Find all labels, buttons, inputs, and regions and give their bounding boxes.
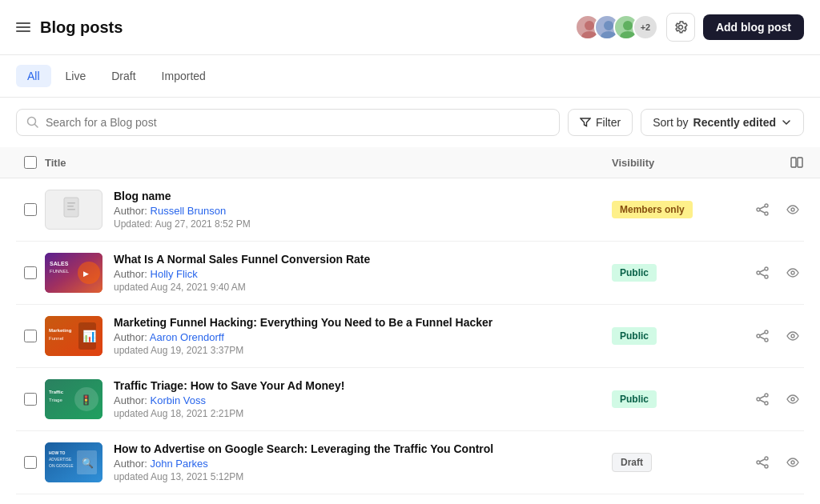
eye-icon-2[interactable] xyxy=(782,262,804,284)
share-icon-3[interactable] xyxy=(751,325,774,347)
svg-text:SALES: SALES xyxy=(50,261,69,266)
post-author-4: Author: Korbin Voss xyxy=(114,394,612,406)
post-thumbnail-4: Traffic Triage 🚦 xyxy=(45,379,102,419)
svg-text:🔍: 🔍 xyxy=(82,457,94,469)
sort-value: Recently edited xyxy=(693,116,776,129)
share-icon-4[interactable] xyxy=(751,388,774,410)
svg-rect-9 xyxy=(64,198,78,217)
svg-text:ON GOOGLE: ON GOOGLE xyxy=(49,463,74,468)
post-title-3: Marketing Funnel Hacking: Everything You… xyxy=(114,316,612,329)
visibility-badge-5: Draft xyxy=(612,453,652,472)
svg-point-4 xyxy=(623,21,633,30)
filter-icon xyxy=(580,117,591,128)
menu-icon[interactable] xyxy=(16,22,30,32)
svg-point-16 xyxy=(791,208,794,211)
svg-rect-12 xyxy=(67,209,75,210)
visibility-badge-1: Members only xyxy=(612,201,693,218)
search-input[interactable] xyxy=(46,116,549,129)
filter-button[interactable]: Filter xyxy=(568,109,633,136)
svg-point-40 xyxy=(765,394,768,397)
post-title-4: Traffic Triage: How to Save Your Ad Mone… xyxy=(114,379,612,392)
filter-label: Filter xyxy=(596,116,621,129)
author-link-1[interactable]: Russell Brunson xyxy=(151,205,227,217)
eye-icon-3[interactable] xyxy=(782,325,804,347)
svg-text:Traffic: Traffic xyxy=(49,390,64,394)
settings-button[interactable] xyxy=(666,13,695,42)
row-checkbox-4 xyxy=(16,393,45,406)
select-all-checkbox[interactable] xyxy=(24,156,37,169)
svg-point-33 xyxy=(765,338,768,342)
row-select-1[interactable] xyxy=(24,203,37,216)
post-thumbnail-5: HOW TO ADVERTISE ON GOOGLE 🔍 xyxy=(45,442,102,482)
svg-point-52 xyxy=(765,465,768,468)
row-actions-3 xyxy=(740,325,804,347)
visibility-cell-5: Draft xyxy=(612,453,740,472)
visibility-cell-1: Members only xyxy=(612,201,740,218)
row-checkbox-3 xyxy=(16,330,45,342)
share-icon-1[interactable] xyxy=(751,198,774,221)
table-row: Traffic Triage 🚦 Traffic Triage: How to … xyxy=(16,368,804,431)
document-icon xyxy=(62,197,85,222)
row-checkbox-5 xyxy=(16,456,45,469)
row-content-1: Blog name Author: Russell Brunson Update… xyxy=(45,190,612,230)
row-select-3[interactable] xyxy=(24,330,37,342)
row-select-5[interactable] xyxy=(24,456,37,469)
post-thumbnail-2: SALES FUNNEL ▶ xyxy=(45,253,102,293)
row-content-3: Marketing Funnel 📊 Marketing Funnel Hack… xyxy=(45,316,612,356)
svg-text:📊: 📊 xyxy=(82,330,97,343)
svg-text:▶: ▶ xyxy=(83,270,89,278)
visibility-cell-3: Public xyxy=(612,327,740,345)
svg-point-0 xyxy=(585,21,594,30)
post-date-2: updated Aug 24, 2021 9:40 AM xyxy=(114,282,612,293)
visibility-badge-2: Public xyxy=(612,264,657,282)
row-actions-5 xyxy=(740,451,804,474)
svg-point-15 xyxy=(765,212,768,215)
columns-icon[interactable] xyxy=(790,155,804,170)
app-container: Blog posts +2 Add blo xyxy=(0,0,820,504)
row-actions-1 xyxy=(740,198,804,221)
column-title: Title xyxy=(45,157,612,169)
svg-text:FUNNEL: FUNNEL xyxy=(50,269,70,274)
sort-button[interactable]: Sort by Recently edited xyxy=(641,109,804,136)
row-select-4[interactable] xyxy=(24,393,37,406)
svg-point-32 xyxy=(757,334,760,338)
tab-live[interactable]: Live xyxy=(54,65,98,87)
table-row: Blog name Author: Russell Brunson Update… xyxy=(16,178,804,242)
svg-point-43 xyxy=(791,398,794,401)
toolbar: Filter Sort by Recently edited xyxy=(0,98,820,147)
add-blog-post-button[interactable]: Add blog post xyxy=(703,14,804,40)
column-visibility: Visibility xyxy=(612,157,740,169)
post-info-1: Blog name Author: Russell Brunson Update… xyxy=(114,190,612,230)
svg-rect-8 xyxy=(798,158,802,167)
author-link-2[interactable]: Holly Flick xyxy=(151,268,198,280)
tab-draft[interactable]: Draft xyxy=(100,65,147,87)
svg-point-2 xyxy=(604,21,613,30)
tabs-container: All Live Draft Imported xyxy=(0,55,820,98)
post-thumbnail-3: Marketing Funnel 📊 xyxy=(45,316,102,356)
post-info-4: Traffic Triage: How to Save Your Ad Mone… xyxy=(114,379,612,419)
page-title: Blog posts xyxy=(40,18,123,37)
author-link-5[interactable]: John Parkes xyxy=(151,458,208,470)
share-icon-2[interactable] xyxy=(751,262,774,284)
search-icon xyxy=(26,116,39,129)
table-row: SALES FUNNEL ▶ What Is A Normal Sales Fu… xyxy=(16,242,804,305)
eye-icon-4[interactable] xyxy=(782,388,804,410)
author-link-3[interactable]: Aaron Orendorff xyxy=(150,331,224,343)
row-checkbox-2 xyxy=(16,266,45,279)
post-date-3: updated Aug 19, 2021 3:37PM xyxy=(114,345,612,356)
svg-rect-10 xyxy=(67,202,75,204)
author-link-4[interactable]: Korbin Voss xyxy=(151,394,206,406)
eye-icon-1[interactable] xyxy=(782,198,804,221)
visibility-cell-4: Public xyxy=(612,390,740,408)
share-icon-5[interactable] xyxy=(751,451,774,474)
row-checkbox-1 xyxy=(16,203,45,216)
tab-all[interactable]: All xyxy=(16,65,51,87)
row-actions-4 xyxy=(740,388,804,410)
chevron-down-icon xyxy=(781,117,792,128)
row-select-2[interactable] xyxy=(24,266,37,279)
row-content-5: HOW TO ADVERTISE ON GOOGLE 🔍 How to Adve… xyxy=(45,442,612,482)
post-info-2: What Is A Normal Sales Funnel Conversion… xyxy=(114,253,612,293)
tab-imported[interactable]: Imported xyxy=(151,65,217,87)
eye-icon-5[interactable] xyxy=(782,451,804,474)
svg-point-23 xyxy=(757,271,760,274)
